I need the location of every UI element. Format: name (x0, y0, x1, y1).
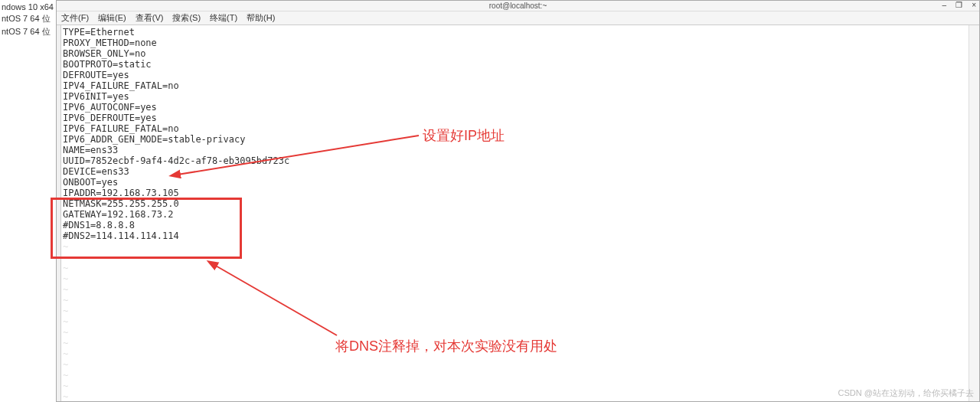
terminal-window: root@localhost:~ – ❐ × 文件(F) 编辑(E) 查看(V)… (56, 0, 980, 402)
close-button[interactable]: × (972, 1, 976, 9)
vm-item[interactable]: ndows 10 x64 (0, 2, 56, 12)
editor-area[interactable]: TYPE=Ethernet PROXY_METHOD=none BROWSER_… (61, 25, 979, 401)
vm-item[interactable]: ntOS 7 64 位 (0, 12, 56, 25)
minimize-button[interactable]: – (942, 1, 947, 9)
menu-search[interactable]: 搜索(S) (172, 12, 201, 24)
menu-file[interactable]: 文件(F) (61, 12, 89, 24)
menu-help[interactable]: 帮助(H) (247, 12, 275, 24)
config-text: TYPE=Ethernet PROXY_METHOD=none BROWSER_… (63, 27, 979, 241)
vim-tildes: ~ ~ ~ ~ ~ ~ ~ ~ ~ ~ ~ ~ ~ ~ ~ ~ (63, 241, 979, 402)
vertical-scrollbar[interactable] (969, 25, 979, 401)
menu-edit[interactable]: 编辑(E) (98, 12, 126, 24)
titlebar: root@localhost:~ – ❐ × (57, 1, 979, 11)
window-title: root@localhost:~ (489, 2, 547, 10)
vm-item[interactable]: ntOS 7 64 位 (0, 25, 56, 38)
menubar: 文件(F) 编辑(E) 查看(V) 搜索(S) 终端(T) 帮助(H) (57, 11, 979, 25)
maximize-button[interactable]: ❐ (956, 1, 962, 9)
menu-terminal[interactable]: 终端(T) (210, 12, 237, 24)
watermark: CSDN @站在这别动，给你买橘子去 (838, 387, 974, 399)
menu-view[interactable]: 查看(V) (136, 12, 164, 24)
vm-sidebar: ndows 10 x64 ntOS 7 64 位 ntOS 7 64 位 (0, 0, 56, 402)
